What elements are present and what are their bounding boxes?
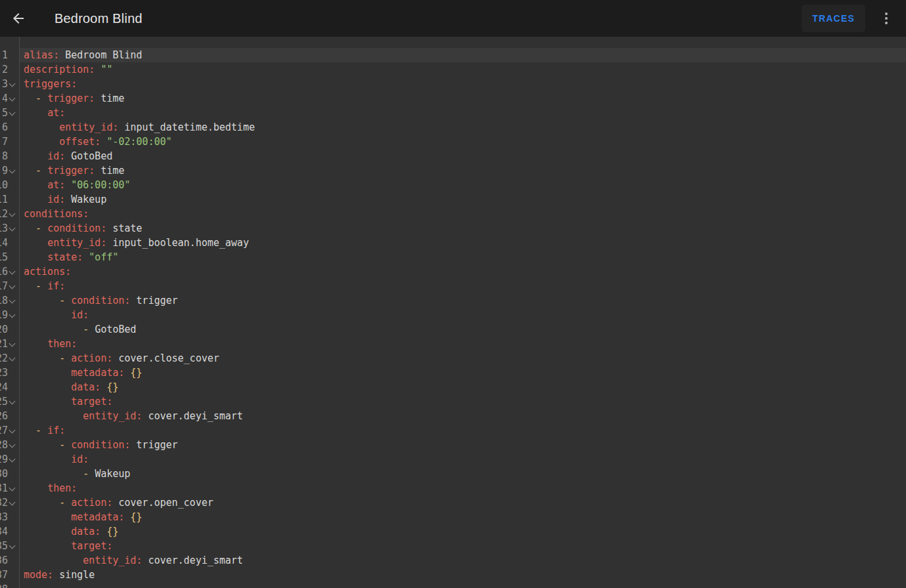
code-line[interactable]: 35 target: [0,539,906,553]
code-line[interactable]: 13 - condition: state [0,221,906,236]
fold-chevron-icon[interactable] [9,225,16,232]
code-token: - [24,222,47,234]
code-line[interactable]: 24 data: {} [0,380,906,394]
code-token: Wakeup [95,468,130,480]
code-line[interactable]: 14 entity_id: input_boolean.home_away [0,236,906,250]
code-line[interactable]: 33 metadata: {} [0,510,906,524]
line-number: 29 [0,452,8,467]
line-gutter: 5 [0,106,20,120]
code-line[interactable]: 5 at: [0,106,906,120]
code-line[interactable]: 9 - trigger: time [0,163,906,178]
code-line[interactable]: 29 id: [0,452,906,467]
fold-chevron-icon[interactable] [9,297,16,304]
fold-chevron-icon[interactable] [9,341,16,347]
code-line[interactable]: 17 - if: [0,279,906,293]
code-token: data: [71,526,100,537]
line-text: id: [20,308,906,322]
overflow-menu-button[interactable] [871,3,902,34]
code-line[interactable]: 38 [0,582,906,588]
code-line[interactable]: 23 metadata: {} [0,366,906,380]
code-token: {} [131,367,142,379]
code-line[interactable]: 7 offset: "-02:00:00" [0,135,906,149]
code-token [24,251,47,263]
line-text: - condition: state [20,221,906,236]
line-gutter: 12 [0,207,20,221]
code-token: - [24,295,71,306]
code-line[interactable]: 32 - action: cover.open_cover [0,495,906,510]
code-line[interactable]: 18 - condition: trigger [0,293,906,308]
line-text: state: "off" [20,250,906,264]
code-line[interactable]: 25 target: [0,394,906,409]
fold-chevron-icon[interactable] [9,427,16,434]
fold-chevron-icon[interactable] [9,499,16,506]
code-line[interactable]: 2description: "" [0,62,906,77]
code-token: description: [24,64,95,75]
code-line[interactable]: 15 state: "off" [0,250,906,264]
back-button[interactable] [3,3,34,34]
line-text: conditions: [20,207,906,221]
code-line[interactable]: 27 - if: [0,423,906,438]
code-token: cover.deyi_smart [142,410,244,422]
code-line[interactable]: 11 id: Wakeup [0,192,906,207]
code-line[interactable]: 8 id: GotoBed [0,149,906,163]
code-line[interactable]: 10 at: "06:00:00" [0,178,906,192]
line-text: - GotoBed [20,322,906,337]
code-line[interactable]: 16actions: [0,264,906,279]
fold-chevron-icon[interactable] [9,485,16,492]
code-line[interactable]: 3triggers: [0,77,906,91]
line-number: 5 [0,106,8,120]
line-gutter: 36 [0,553,20,568]
code-token [24,237,47,249]
code-line[interactable]: 28 - condition: trigger [0,438,906,452]
code-line[interactable]: 26 entity_id: cover.deyi_smart [0,409,906,423]
line-number: 12 [0,207,8,221]
fold-chevron-icon[interactable] [9,268,16,275]
fold-chevron-icon[interactable] [9,283,16,289]
code-token [24,107,47,119]
line-number: 38 [0,582,8,588]
code-line[interactable]: 4 - trigger: time [0,91,906,106]
code-token: - [24,352,71,364]
fold-chevron-icon[interactable] [9,398,16,405]
yaml-editor[interactable]: 1alias: Bedroom Blind2description: ""3tr… [0,37,906,588]
line-number: 20 [0,322,8,337]
line-gutter: 37 [0,568,20,582]
code-line[interactable]: 19 id: [0,308,906,322]
code-line[interactable]: 1alias: Bedroom Blind [0,48,906,62]
code-token: target: [71,540,112,552]
code-token: cover.open_cover [112,497,213,509]
code-line[interactable]: 21 then: [0,337,906,351]
code-token: condition: [47,222,106,234]
fold-chevron-icon[interactable] [9,355,16,362]
code-line[interactable]: 6 entity_id: input_datetime.bedtime [0,120,906,135]
code-token: action: [71,497,112,509]
fold-chevron-icon[interactable] [9,442,16,448]
code-line[interactable]: 36 entity_id: cover.deyi_smart [0,553,906,568]
code-token [24,540,71,552]
fold-chevron-icon[interactable] [9,95,16,102]
code-line[interactable]: 30 - Wakeup [0,467,906,481]
line-number: 19 [0,308,8,322]
fold-chevron-icon[interactable] [9,167,16,174]
line-number: 6 [0,120,8,135]
code-line[interactable]: 20 - GotoBed [0,322,906,337]
traces-button[interactable]: TRACES [802,5,865,32]
code-token: triggers: [24,78,77,90]
fold-chevron-icon[interactable] [9,312,16,318]
line-number: 14 [0,236,8,250]
code-token [24,482,47,494]
line-gutter: 38 [0,582,20,588]
code-line[interactable]: 31 then: [0,481,906,495]
code-line[interactable]: 12conditions: [0,207,906,221]
fold-chevron-icon[interactable] [9,456,16,463]
line-number: 23 [0,366,8,380]
fold-chevron-icon[interactable] [9,543,16,549]
code-line[interactable]: 37mode: single [0,568,906,582]
fold-chevron-icon[interactable] [9,81,16,87]
fold-chevron-icon[interactable] [9,211,16,217]
code-line[interactable]: 34 data: {} [0,524,906,539]
line-gutter: 24 [0,380,20,394]
fold-chevron-icon[interactable] [9,110,16,116]
line-text: - Wakeup [20,467,906,481]
code-line[interactable]: 22 - action: cover.close_cover [0,351,906,366]
